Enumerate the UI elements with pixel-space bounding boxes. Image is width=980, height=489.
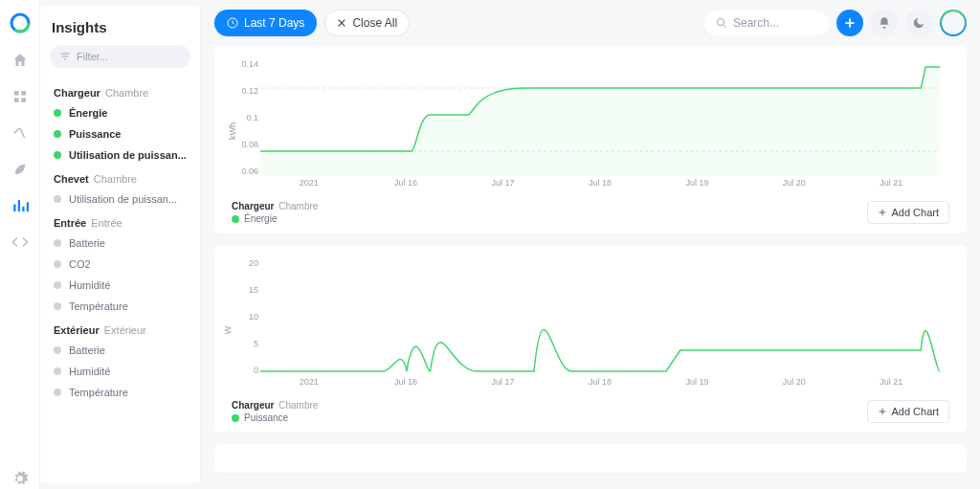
- flows-icon[interactable]: [10, 122, 31, 144]
- tree-item[interactable]: Batterie: [40, 233, 200, 254]
- nav-rail: [0, 0, 40, 489]
- chart-card: W201510502021Jul 16Jul 17Jul 18Jul 19Jul…: [214, 245, 967, 433]
- grid-icon[interactable]: [10, 86, 31, 107]
- add-chart-label: Add Chart: [891, 406, 939, 417]
- code-icon[interactable]: [10, 232, 31, 253]
- insights-icon[interactable]: [10, 195, 31, 216]
- x-axis: 2021Jul 16Jul 17Jul 18Jul 19Jul 20Jul 21: [260, 178, 940, 193]
- device-tree: Chargeur ChambreÉnergiePuissanceUtilisat…: [40, 74, 200, 483]
- add-chart-button[interactable]: Add Chart: [867, 400, 949, 423]
- tree-item-label: Utilisation de puissan...: [69, 149, 187, 161]
- tree-item[interactable]: Utilisation de puissan...: [40, 189, 200, 210]
- legend-dot: [232, 414, 239, 422]
- tree-item[interactable]: CO2: [40, 254, 200, 275]
- status-dot: [54, 346, 61, 354]
- close-all-label: Close All: [352, 16, 397, 30]
- chart-card: [214, 444, 967, 473]
- y-axis: 0.140.120.10.080.06: [234, 59, 258, 176]
- chart-card: kWh0.140.120.10.080.062021Jul 16Jul 17Ju…: [214, 46, 967, 233]
- group-header: Chevet Chambre: [40, 166, 200, 189]
- status-dot: [54, 260, 61, 268]
- chart-legend: Chargeur ChambrePuissance: [232, 400, 318, 423]
- status-dot: [54, 195, 61, 203]
- group-header: Chargeur Chambre: [40, 79, 200, 102]
- sidebar: Insights Filter... Chargeur ChambreÉnerg…: [40, 6, 201, 483]
- tree-item[interactable]: Température: [40, 296, 200, 317]
- add-chart-button[interactable]: Add Chart: [867, 201, 949, 224]
- status-dot: [54, 130, 61, 138]
- y-axis-unit: W: [223, 326, 233, 335]
- chart-plot[interactable]: [260, 258, 940, 375]
- tree-item-label: CO2: [69, 258, 91, 270]
- svg-rect-7: [17, 200, 19, 211]
- time-range-button[interactable]: Last 7 Days: [214, 10, 317, 36]
- tree-item[interactable]: Énergie: [40, 102, 200, 123]
- chart-plot[interactable]: [260, 59, 940, 176]
- close-icon: [337, 18, 346, 28]
- status-dot: [54, 389, 61, 396]
- theme-toggle[interactable]: [905, 10, 932, 36]
- tree-item-label: Température: [69, 387, 128, 398]
- notifications-button[interactable]: [871, 10, 898, 36]
- leaf-icon[interactable]: [10, 159, 31, 180]
- bell-icon: [878, 16, 891, 30]
- tree-item-label: Humidité: [69, 279, 110, 291]
- legend-dot: [232, 215, 239, 223]
- plus-icon: [878, 407, 887, 416]
- search-input[interactable]: Search...: [704, 11, 829, 35]
- status-dot: [54, 281, 61, 289]
- status-dot: [54, 151, 61, 159]
- tree-item[interactable]: Utilisation de puissan...: [40, 144, 200, 166]
- tree-item[interactable]: Puissance: [40, 123, 200, 144]
- tree-item-label: Batterie: [69, 237, 105, 249]
- svg-rect-8: [22, 207, 24, 211]
- svg-rect-2: [14, 91, 19, 96]
- group-header: Extérieur Extérieur: [40, 317, 200, 340]
- search-placeholder: Search...: [733, 16, 779, 30]
- tree-item[interactable]: Humidité: [40, 275, 200, 296]
- status-dot: [54, 239, 61, 247]
- tree-item[interactable]: Humidité: [40, 361, 200, 382]
- clock-icon: [227, 17, 238, 29]
- plus-icon: [878, 208, 887, 217]
- group-header: Entrée Entrée: [40, 210, 200, 233]
- chart-area: kWh0.140.120.10.080.062021Jul 16Jul 17Ju…: [260, 59, 940, 193]
- status-dot: [54, 109, 61, 117]
- svg-rect-4: [14, 98, 19, 102]
- charts-container: kWh0.140.120.10.080.062021Jul 16Jul 17Ju…: [201, 46, 980, 489]
- app-logo: [9, 11, 32, 34]
- tree-item-label: Utilisation de puissan...: [69, 193, 177, 205]
- page-title: Insights: [40, 6, 200, 45]
- settings-icon[interactable]: [10, 468, 31, 489]
- add-chart-label: Add Chart: [891, 207, 939, 218]
- legend-series-label: Énergie: [244, 213, 277, 224]
- search-icon: [716, 17, 727, 29]
- filter-placeholder: Filter...: [77, 51, 108, 62]
- tree-item-label: Puissance: [69, 128, 121, 140]
- chart-legend: Chargeur ChambreÉnergie: [232, 201, 318, 224]
- time-range-label: Last 7 Days: [244, 16, 304, 30]
- filter-input[interactable]: Filter...: [50, 45, 190, 68]
- close-all-button[interactable]: Close All: [324, 10, 410, 36]
- svg-rect-6: [13, 205, 15, 212]
- tree-item-label: Énergie: [69, 107, 107, 119]
- home-icon[interactable]: [10, 50, 31, 71]
- x-axis: 2021Jul 16Jul 17Jul 18Jul 19Jul 20Jul 21: [260, 377, 940, 392]
- chart-area: W201510502021Jul 16Jul 17Jul 18Jul 19Jul…: [260, 258, 940, 392]
- add-button[interactable]: [836, 10, 863, 36]
- legend-series-label: Puissance: [244, 412, 288, 423]
- plus-icon: [843, 16, 857, 30]
- svg-rect-5: [21, 98, 26, 102]
- svg-rect-9: [26, 202, 28, 211]
- filter-icon: [59, 51, 71, 62]
- tree-item[interactable]: Batterie: [40, 340, 200, 361]
- tree-item-label: Température: [69, 300, 128, 312]
- tree-item-label: Batterie: [69, 345, 105, 356]
- tree-item[interactable]: Température: [40, 382, 200, 403]
- moon-icon: [912, 16, 925, 30]
- svg-point-11: [718, 19, 724, 26]
- avatar[interactable]: [940, 10, 967, 36]
- y-axis: 20151050: [234, 258, 258, 375]
- status-dot: [54, 302, 61, 310]
- status-dot: [54, 367, 61, 375]
